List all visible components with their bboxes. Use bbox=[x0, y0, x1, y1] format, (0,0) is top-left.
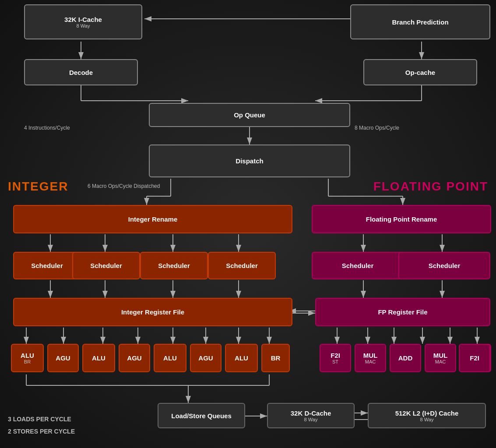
dispatched-label: 6 Macro Ops/Cycle Dispatched bbox=[88, 183, 160, 189]
instructions-cycle-label: 4 Instructions/Cycle bbox=[24, 125, 70, 131]
alu4-box: ALU bbox=[225, 344, 258, 372]
int-sched3-box: Scheduler bbox=[140, 252, 208, 279]
fp-regfile-box: FP Register File bbox=[315, 298, 490, 326]
stores-label: 2 STORES PER CYCLE bbox=[8, 428, 75, 435]
int-rename-box: Integer Rename bbox=[13, 205, 292, 233]
loads-label: 3 LOADS PER CYCLE bbox=[8, 416, 71, 423]
loadstore-box: Load/Store Queues bbox=[158, 403, 245, 428]
icache-box: 32K I-Cache 8 Way bbox=[24, 4, 142, 39]
fp-rename-box: Floating Point Rename bbox=[312, 205, 491, 233]
fp-label: FLOATING POINT bbox=[373, 180, 488, 194]
f2i-st-box: F2I ST bbox=[320, 344, 351, 372]
opcache-box: Op-cache bbox=[363, 59, 477, 85]
agu3-box: AGU bbox=[190, 344, 222, 372]
agu1-box: AGU bbox=[47, 344, 79, 372]
opqueue-box: Op Queue bbox=[149, 103, 350, 127]
macro-ops-cycle-label: 8 Macro Ops/Cycle bbox=[355, 125, 399, 131]
alu3-box: ALU bbox=[154, 344, 186, 372]
branch-pred-box: Branch Prediction bbox=[350, 4, 490, 39]
integer-label: INTEGER bbox=[8, 180, 68, 194]
int-sched2-box: Scheduler bbox=[72, 252, 140, 279]
add1-box: ADD bbox=[390, 344, 421, 372]
int-sched4-box: Scheduler bbox=[208, 252, 276, 279]
dcache-box: 32K D-Cache 8 Way bbox=[267, 403, 355, 428]
int-sched1-box: Scheduler bbox=[13, 252, 81, 279]
mul-mac2-box: MUL MAC bbox=[425, 344, 456, 372]
alu-br-box: ALU BR bbox=[11, 344, 44, 372]
alu2-box: ALU bbox=[82, 344, 115, 372]
f2i-last-box: F2I bbox=[459, 344, 490, 372]
mul-mac1-box: MUL MAC bbox=[355, 344, 386, 372]
br-box: BR bbox=[261, 344, 290, 372]
fp-sched1-box: Scheduler bbox=[312, 252, 404, 279]
dispatch-box: Dispatch bbox=[149, 145, 350, 177]
l2cache-box: 512K L2 (I+D) Cache 8 Way bbox=[368, 403, 486, 428]
int-regfile-box: Integer Register File bbox=[13, 298, 292, 326]
decode-box: Decode bbox=[24, 59, 138, 85]
agu2-box: AGU bbox=[119, 344, 150, 372]
fp-sched2-box: Scheduler bbox=[398, 252, 490, 279]
